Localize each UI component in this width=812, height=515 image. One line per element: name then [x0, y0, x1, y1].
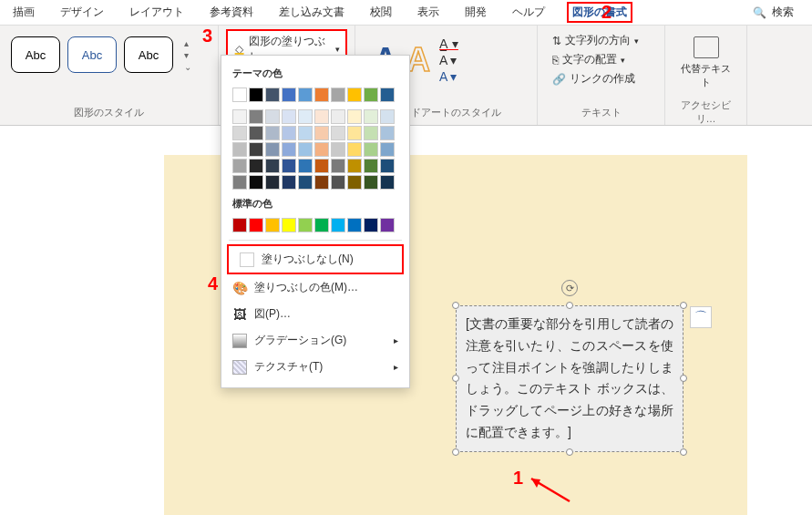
color-swatch[interactable] [364, 88, 378, 102]
search-area[interactable]: 🔍 検索 [744, 5, 803, 20]
tab-help[interactable]: ヘルプ [509, 3, 549, 22]
tab-mailings[interactable]: 差し込み文書 [275, 3, 348, 22]
color-swatch[interactable] [331, 88, 345, 102]
color-swatch[interactable] [232, 175, 247, 190]
style-scroll-down[interactable]: ▾ [180, 50, 195, 60]
color-swatch[interactable] [265, 175, 280, 190]
picture-fill-item[interactable]: 🖼 図(P)… [221, 301, 409, 327]
textbox-selection[interactable]: ⟳ [文書の重要な部分を引用して読者の注意を引いたり、このスペースを使って注目ポ… [456, 305, 684, 452]
color-swatch[interactable] [364, 126, 378, 140]
color-swatch[interactable] [314, 159, 329, 173]
text-align-btn[interactable]: ⎘ 文字の配置 ▾ [552, 52, 650, 67]
color-swatch[interactable] [314, 109, 329, 124]
color-swatch[interactable] [265, 88, 280, 102]
color-swatch[interactable] [282, 159, 296, 173]
color-swatch[interactable] [249, 142, 263, 157]
color-swatch[interactable] [298, 126, 313, 140]
color-swatch[interactable] [347, 88, 362, 102]
more-colors-item[interactable]: 🎨 塗りつぶしの色(M)… [221, 274, 409, 301]
text-direction-btn[interactable]: ⇅ 文字列の方向 ▾ [552, 33, 650, 48]
color-swatch[interactable] [249, 109, 263, 124]
style-scroll-up[interactable]: ▴ [180, 38, 195, 48]
create-link-btn[interactable]: 🔗 リンクの作成 [552, 71, 650, 87]
color-swatch[interactable] [282, 142, 296, 157]
resize-handle-ml[interactable] [452, 375, 459, 382]
resize-handle-tr[interactable] [680, 302, 687, 309]
text-effects-btn[interactable]: A ▾ [439, 69, 458, 84]
color-swatch[interactable] [232, 126, 247, 140]
color-swatch[interactable] [298, 159, 313, 173]
color-swatch[interactable] [232, 109, 247, 124]
texture-fill-item[interactable]: テクスチャ(T) ▸ [221, 354, 409, 380]
color-swatch[interactable] [347, 175, 362, 190]
color-swatch[interactable] [347, 142, 362, 157]
resize-handle-bl[interactable] [452, 448, 459, 456]
color-swatch[interactable] [282, 218, 296, 232]
color-swatch[interactable] [347, 159, 362, 173]
no-fill-item[interactable]: 塗りつぶしなし(N) [227, 244, 404, 274]
color-swatch[interactable] [249, 175, 263, 190]
color-swatch[interactable] [331, 126, 345, 140]
color-swatch[interactable] [249, 218, 263, 232]
color-swatch[interactable] [364, 218, 378, 232]
color-swatch[interactable] [282, 109, 296, 124]
color-swatch[interactable] [298, 175, 313, 190]
color-swatch[interactable] [380, 218, 395, 232]
color-swatch[interactable] [314, 218, 329, 232]
resize-handle-br[interactable] [680, 448, 687, 456]
color-swatch[interactable] [232, 142, 247, 157]
shape-style-3[interactable]: Abc [124, 36, 173, 73]
color-swatch[interactable] [364, 159, 378, 173]
color-swatch[interactable] [380, 142, 395, 157]
color-swatch[interactable] [265, 126, 280, 140]
color-swatch[interactable] [331, 142, 345, 157]
gradient-fill-item[interactable]: グラデーション(G) ▸ [221, 327, 409, 354]
tab-developer[interactable]: 開発 [461, 3, 490, 22]
color-swatch[interactable] [331, 159, 345, 173]
color-swatch[interactable] [298, 109, 313, 124]
color-swatch[interactable] [380, 109, 395, 124]
color-swatch[interactable] [314, 126, 329, 140]
color-swatch[interactable] [314, 88, 329, 102]
tab-references[interactable]: 参考資料 [206, 3, 257, 22]
resize-handle-tl[interactable] [452, 302, 459, 309]
color-swatch[interactable] [282, 175, 296, 190]
tab-view[interactable]: 表示 [414, 3, 443, 22]
color-swatch[interactable] [347, 126, 362, 140]
color-swatch[interactable] [347, 109, 362, 124]
color-swatch[interactable] [282, 126, 296, 140]
color-swatch[interactable] [347, 218, 362, 232]
shape-style-2[interactable]: Abc [67, 36, 117, 73]
color-swatch[interactable] [331, 109, 345, 124]
color-swatch[interactable] [249, 88, 263, 102]
color-swatch[interactable] [380, 126, 395, 140]
color-swatch[interactable] [314, 142, 329, 157]
textbox[interactable]: [文書の重要な部分を引用して読者の注意を引いたり、このスペースを使って注目ポイン… [456, 305, 684, 452]
resize-handle-tm[interactable] [566, 302, 573, 309]
color-swatch[interactable] [265, 218, 280, 232]
tab-shape-format[interactable]: 図形の書式 [567, 2, 632, 23]
color-swatch[interactable] [331, 175, 345, 190]
color-swatch[interactable] [265, 109, 280, 124]
color-swatch[interactable] [331, 218, 345, 232]
shape-style-1[interactable]: Abc [11, 36, 60, 73]
color-swatch[interactable] [298, 88, 313, 102]
color-swatch[interactable] [314, 175, 329, 190]
color-swatch[interactable] [232, 88, 247, 102]
rotate-handle[interactable]: ⟳ [561, 280, 578, 296]
color-swatch[interactable] [249, 126, 263, 140]
text-fill-btn[interactable]: A̲ ▾ [439, 36, 458, 51]
style-more[interactable]: ⌄ [180, 62, 195, 72]
color-swatch[interactable] [232, 159, 247, 173]
color-swatch[interactable] [364, 142, 378, 157]
color-swatch[interactable] [249, 159, 263, 173]
color-swatch[interactable] [380, 88, 395, 102]
color-swatch[interactable] [298, 142, 313, 157]
tab-review[interactable]: 校閲 [366, 3, 396, 22]
color-swatch[interactable] [265, 142, 280, 157]
tab-layout[interactable]: レイアウト [126, 3, 188, 22]
resize-handle-bm[interactable] [566, 448, 573, 456]
tab-design[interactable]: デザイン [57, 3, 108, 22]
color-swatch[interactable] [282, 88, 296, 102]
alt-text-button[interactable]: 代替テキスト [673, 29, 739, 97]
